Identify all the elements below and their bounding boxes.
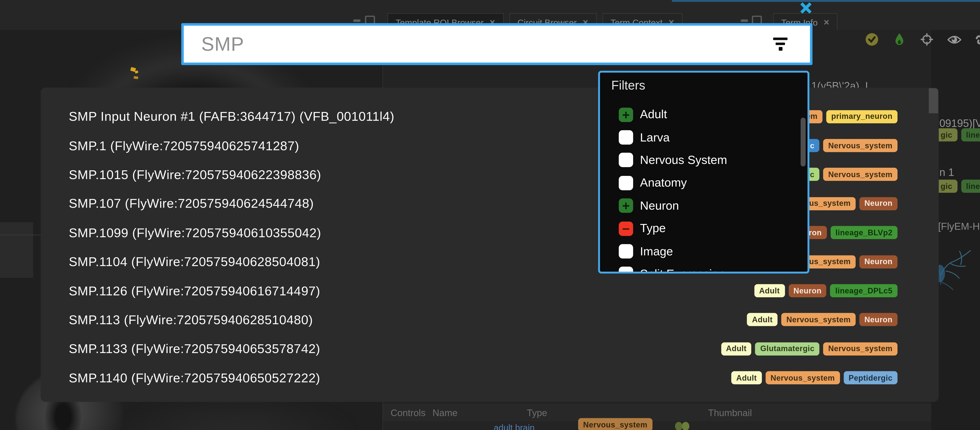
search-input[interactable]: SMP — [201, 33, 773, 55]
tag-neuron: Neuron — [859, 255, 897, 269]
filter-item-anatomy[interactable]: Anatomy — [619, 172, 801, 195]
filters-panel: Filters +AdultLarvaNervous SystemAnatomy… — [598, 71, 810, 273]
tag-nervous_system: Nervous_system — [781, 313, 856, 326]
search-result-row[interactable]: SMP.1126 (FlyWire:720575940616714497)Adu… — [41, 277, 939, 305]
filter-funnel-icon[interactable] — [773, 38, 788, 51]
filter-item-larva[interactable]: Larva — [619, 126, 801, 149]
tag-lineage_dplc5: lineage_DPLc5 — [830, 284, 897, 297]
search-result-row[interactable]: SMP.113 (FlyWire:720575940628510480)Adul… — [41, 305, 939, 334]
tag-adult: Adult — [721, 342, 751, 355]
table-header-controls: Controls — [391, 408, 426, 418]
vfb-app-window: Template ROI Browser✕Circuit Browser✕Ter… — [0, 0, 980, 430]
dim-tag-lineag: lineag — [961, 128, 980, 141]
neuron-thumbnail — [932, 241, 980, 297]
roi-row-name-link[interactable]: adult brain — [494, 422, 535, 430]
search-result-row[interactable]: SMP.1140 (FlyWire:720575940650527222)Adu… — [41, 363, 939, 392]
filter-checkbox[interactable]: + — [619, 198, 633, 213]
filters-scrollbar[interactable] — [800, 118, 805, 166]
filter-item-image[interactable]: Image — [619, 240, 801, 263]
minimize-icon[interactable] — [741, 19, 748, 22]
filter-checkbox[interactable]: + — [619, 107, 633, 122]
results-scrollbar[interactable] — [929, 88, 938, 113]
panel-edge-block — [0, 222, 33, 278]
filter-checkbox[interactable] — [619, 267, 633, 273]
tag-nervous_system: Nervous_system — [823, 342, 897, 355]
roi-row-thumbnail — [673, 421, 690, 430]
tag-neuron: Neuron — [788, 284, 827, 297]
filter-checkbox[interactable]: − — [619, 221, 633, 236]
top-border-fragment — [672, 0, 980, 2]
result-tags: AdultNervous_systemPeptidergic — [731, 371, 897, 384]
tag-neuron: Neuron — [859, 197, 897, 210]
term-info-dim-tag-row: giclineag — [935, 128, 980, 141]
filter-checkbox[interactable] — [619, 153, 633, 167]
result-tags: AdultNervous_systemNeuron — [747, 313, 897, 326]
target-icon[interactable] — [920, 32, 934, 46]
filter-label: Neuron — [640, 199, 679, 213]
filter-label: Nervous System — [640, 153, 727, 167]
tag-peptidergic: Peptidergic — [844, 371, 897, 384]
dim-tag-gic: gic — [935, 128, 958, 141]
result-tags: AdultNeuronlineage_DPLc5 — [754, 284, 897, 297]
tag-glutamatergic: Glutamatergic — [755, 342, 819, 355]
tag-nervous_system: Nervous_system — [823, 139, 897, 152]
filter-checkbox[interactable] — [619, 244, 633, 258]
tab-close-icon[interactable]: ✕ — [823, 18, 830, 27]
filter-checkbox[interactable] — [619, 176, 633, 190]
filter-item-type[interactable]: −Type — [619, 217, 801, 240]
filter-label: Larva — [640, 131, 670, 144]
roi-row-type-tag: Nervous_system — [578, 418, 652, 430]
tag-nervous_system: Nervous_system — [765, 371, 840, 384]
tag-nervous_system: Nervous_system — [823, 168, 897, 181]
result-label: SMP.1126 (FlyWire:720575940616714497) — [69, 283, 754, 298]
term-info-template-fragment: [FlyEM-H — [938, 221, 980, 232]
filter-item-adult[interactable]: +Adult — [619, 103, 801, 126]
minimize-icon[interactable] — [353, 19, 361, 22]
term-info-dim-tag-row: giclineag — [935, 179, 980, 193]
result-tags: AdultGlutamatergicNervous_system — [721, 342, 897, 355]
check-circle-icon[interactable] — [865, 32, 879, 46]
result-label: SMP.113 (FlyWire:720575940628510480) — [69, 312, 747, 327]
filter-item-split-expression[interactable]: Split Expression — [619, 263, 801, 273]
filter-label: Image — [640, 245, 673, 258]
filters-list: +AdultLarvaNervous SystemAnatomy+Neuron−… — [619, 103, 801, 273]
tag-neuron: Neuron — [859, 313, 897, 326]
search-box[interactable]: SMP — [181, 23, 813, 65]
tag-lineage_blvp2: lineage_BLVp2 — [830, 226, 897, 239]
brain-icon[interactable] — [975, 32, 980, 46]
filter-label: Split Expression — [640, 267, 725, 273]
filter-item-neuron[interactable]: +Neuron — [619, 195, 801, 217]
eye-icon[interactable] — [948, 32, 961, 46]
dim-tag-gic: gic — [935, 179, 958, 193]
roi-table-header: ControlsNameTypeThumbnail — [383, 405, 931, 421]
toolbar-icons — [865, 32, 980, 46]
droplet-icon[interactable] — [892, 32, 906, 46]
table-header-name: Name — [433, 408, 458, 418]
search-result-row[interactable]: SMP.1133 (FlyWire:720575940653578742)Adu… — [41, 334, 939, 363]
table-header-type: Type — [527, 408, 547, 418]
filter-item-nervous-system[interactable]: Nervous System — [619, 149, 801, 172]
filter-label: Type — [640, 222, 666, 235]
close-search-icon[interactable]: ✕ — [799, 1, 813, 16]
tag-adult: Adult — [754, 284, 785, 297]
term-info-row-fragment: n 1 — [939, 166, 954, 179]
filter-label: Adult — [640, 108, 667, 121]
result-label: SMP.1140 (FlyWire:720575940650527222) — [69, 370, 731, 385]
tag-adult: Adult — [747, 313, 778, 326]
dim-tag-lineag: lineag — [961, 179, 980, 193]
result-label: SMP.1133 (FlyWire:720575940653578742) — [69, 341, 721, 356]
tag-primary_neuron: primary_neuron — [826, 110, 897, 123]
tag-adult: Adult — [731, 371, 762, 384]
filter-label: Anatomy — [640, 176, 687, 190]
filters-title: Filters — [611, 78, 645, 93]
filter-checkbox[interactable] — [619, 130, 633, 144]
roi-table-row: adult brain Nervous_system — [383, 421, 931, 430]
table-header-thumbnail: Thumbnail — [708, 408, 752, 418]
